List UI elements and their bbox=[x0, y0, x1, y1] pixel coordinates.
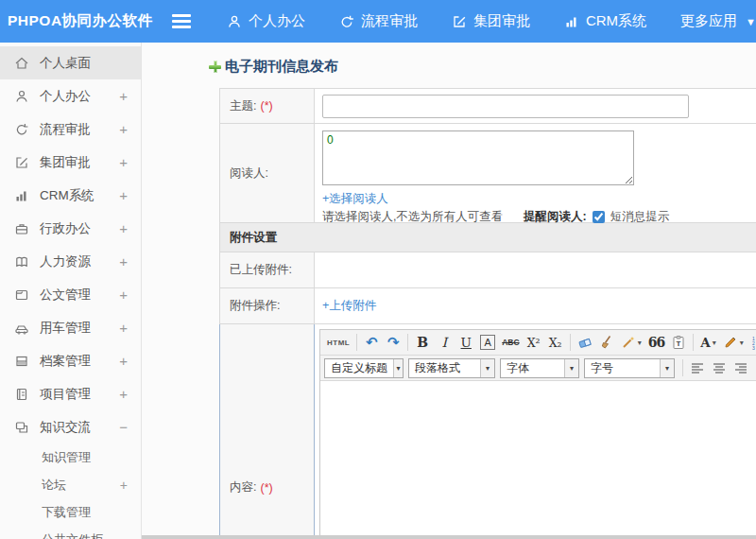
editor-content-area[interactable] bbox=[320, 381, 756, 539]
editor-toolbar-row1: HTML ↶ ↷ B I U A ABC X² X₂ bbox=[320, 330, 756, 356]
eraser-icon[interactable] bbox=[575, 332, 595, 353]
caret-down-icon: ▾ bbox=[564, 359, 578, 377]
caret-down-icon: ▾ bbox=[638, 339, 642, 347]
sidebar-item-projects[interactable]: 项目管理 + bbox=[0, 377, 141, 410]
top-navigation: 个人办公 流程审批 集团审批 CRM系统 更多应用 ▼ bbox=[227, 12, 756, 30]
home-icon bbox=[14, 56, 30, 71]
nav-personal-office[interactable]: 个人办公 bbox=[227, 12, 305, 30]
sidebar-subitem-public-files[interactable]: 公共文件柜 bbox=[0, 526, 141, 539]
app-logo[interactable]: PHPOA协同办公软件 bbox=[0, 11, 172, 31]
expand-icon[interactable]: + bbox=[119, 88, 128, 104]
expand-icon[interactable]: + bbox=[119, 386, 128, 402]
format-painter-icon[interactable]: ▾ bbox=[618, 332, 644, 353]
expand-icon[interactable]: + bbox=[119, 220, 128, 236]
subscript-button[interactable]: X₂ bbox=[545, 332, 566, 353]
sidebar-item-process-approval[interactable]: 流程审批 + bbox=[0, 113, 141, 146]
sidebar-item-admin-office[interactable]: 行政办公 + bbox=[0, 212, 141, 245]
font-family-select[interactable]: 字体 ▾ bbox=[500, 358, 579, 378]
process-icon bbox=[14, 122, 30, 137]
select-readers-link[interactable]: +选择阅读人 bbox=[322, 192, 388, 205]
sidebar-item-personal-office[interactable]: 个人办公 + bbox=[0, 79, 141, 113]
sidebar-item-desktop[interactable]: 个人桌面 bbox=[0, 46, 141, 79]
topbar: PHPOA协同办公软件 个人办公 流程审批 集团审批 CRM系统 更多应用 ▼ bbox=[0, 0, 756, 43]
archive-icon bbox=[14, 354, 30, 369]
expand-icon[interactable]: + bbox=[120, 478, 128, 493]
italic-button[interactable]: I bbox=[434, 332, 455, 353]
bar-chart-icon bbox=[564, 14, 579, 29]
sms-remind-checkbox[interactable] bbox=[593, 211, 605, 223]
sidebar-item-official-docs[interactable]: 公文管理 + bbox=[0, 278, 141, 311]
edit-icon bbox=[452, 14, 467, 29]
ordered-list-icon[interactable]: 123▾ bbox=[747, 332, 756, 353]
bold-button[interactable]: B bbox=[412, 332, 433, 353]
expand-icon[interactable]: + bbox=[119, 287, 128, 303]
content-row: 内容: (*) HTML ↶ ↷ B I U A bbox=[219, 324, 756, 539]
svg-text:T: T bbox=[677, 339, 681, 348]
required-mark: (*) bbox=[260, 481, 272, 495]
uploaded-attachments-row: 已上传附件: bbox=[219, 252, 756, 288]
process-icon bbox=[339, 14, 354, 29]
bar-chart-icon bbox=[14, 188, 30, 203]
book-icon bbox=[14, 254, 30, 270]
paragraph-format-select[interactable]: 段落格式 ▾ bbox=[408, 358, 495, 378]
blockquote-button[interactable]: 66 bbox=[645, 332, 667, 353]
sidebar-item-hr[interactable]: 人力资源 + bbox=[0, 245, 141, 278]
readers-row: 阅读人: +选择阅读人 请选择阅读人,不选为所有人可查看 提醒阅读人: 短消息提… bbox=[219, 124, 756, 223]
border-text-button[interactable]: A bbox=[477, 332, 498, 353]
caret-down-icon: ▾ bbox=[480, 359, 494, 377]
readers-textarea[interactable] bbox=[322, 130, 634, 185]
sms-remind-label: 短消息提示 bbox=[610, 209, 670, 225]
nav-more-apps[interactable]: 更多应用 ▼ bbox=[680, 12, 756, 30]
underline-button[interactable]: U bbox=[455, 332, 476, 353]
expand-icon[interactable]: + bbox=[119, 253, 128, 270]
expand-icon[interactable]: + bbox=[119, 320, 128, 336]
menu-icon[interactable] bbox=[172, 14, 191, 28]
caret-down-icon: ▾ bbox=[393, 359, 403, 377]
expand-icon[interactable]: + bbox=[119, 154, 128, 170]
publish-form: 主题: (*) 阅读人: +选择阅读人 请选择阅读人,不选为所有人可查看 提醒阅… bbox=[219, 88, 756, 539]
clean-format-broom-icon[interactable] bbox=[596, 332, 617, 353]
horizontal-scrollbar[interactable] bbox=[142, 535, 756, 539]
subject-row: 主题: (*) bbox=[219, 88, 756, 124]
sidebar-subitem-knowledge-mgmt[interactable]: 知识管理 bbox=[0, 443, 141, 471]
font-color-button[interactable]: A▾ bbox=[697, 332, 719, 353]
html-source-button[interactable]: HTML bbox=[324, 332, 352, 353]
sidebar-item-group-approval[interactable]: 集团审批 + bbox=[0, 146, 141, 179]
sidebar-subitem-downloads[interactable]: 下载管理 bbox=[0, 498, 141, 526]
align-right-icon[interactable] bbox=[730, 357, 751, 378]
paste-text-icon[interactable]: T bbox=[668, 332, 689, 353]
highlight-pen-icon[interactable]: ▾ bbox=[720, 332, 747, 353]
person-icon bbox=[14, 89, 30, 104]
sidebar-subitem-forum[interactable]: 论坛 + bbox=[0, 471, 141, 498]
upload-attachment-link[interactable]: +上传附件 bbox=[322, 298, 376, 314]
subject-input[interactable] bbox=[322, 95, 689, 118]
nav-process-approval[interactable]: 流程审批 bbox=[339, 12, 418, 30]
caret-down-icon: ▾ bbox=[713, 339, 716, 347]
main-content: 电子期刊信息发布 主题: (*) 阅读人: +选择阅读人 bbox=[142, 43, 756, 539]
nav-crm[interactable]: CRM系统 bbox=[564, 12, 646, 30]
align-center-icon[interactable] bbox=[709, 357, 730, 378]
subject-label: 主题: (*) bbox=[220, 89, 315, 123]
undo-icon[interactable]: ↶ bbox=[361, 332, 382, 353]
collapse-icon[interactable]: − bbox=[119, 419, 128, 435]
expand-icon[interactable]: + bbox=[119, 121, 128, 137]
strikethrough-button[interactable]: ABC bbox=[499, 332, 522, 353]
font-size-select[interactable]: 字号 ▾ bbox=[584, 358, 675, 378]
expand-icon[interactable]: + bbox=[119, 187, 128, 203]
sidebar-item-archives[interactable]: 档案管理 + bbox=[0, 344, 141, 377]
chat-icon bbox=[14, 420, 30, 435]
align-left-icon[interactable] bbox=[687, 357, 708, 378]
expand-icon[interactable]: + bbox=[119, 353, 128, 369]
redo-icon[interactable]: ↷ bbox=[383, 332, 404, 353]
superscript-button[interactable]: X² bbox=[524, 332, 544, 353]
nav-group-approval[interactable]: 集团审批 bbox=[452, 12, 530, 30]
align-justify-icon[interactable] bbox=[752, 357, 756, 378]
sidebar-item-crm[interactable]: CRM系统 + bbox=[0, 179, 141, 212]
editor-toolbar-row2: 自定义标题 ▾ 段落格式 ▾ 字体 ▾ 字号 ▾ bbox=[320, 356, 756, 381]
sidebar-item-vehicle[interactable]: 用车管理 + bbox=[0, 311, 141, 344]
car-icon bbox=[14, 321, 30, 336]
custom-heading-select[interactable]: 自定义标题 ▾ bbox=[324, 358, 404, 378]
sidebar-item-knowledge[interactable]: 知识交流 − bbox=[0, 410, 141, 443]
caret-down-icon: ▼ bbox=[746, 16, 756, 27]
readers-label: 阅读人: bbox=[220, 124, 315, 222]
